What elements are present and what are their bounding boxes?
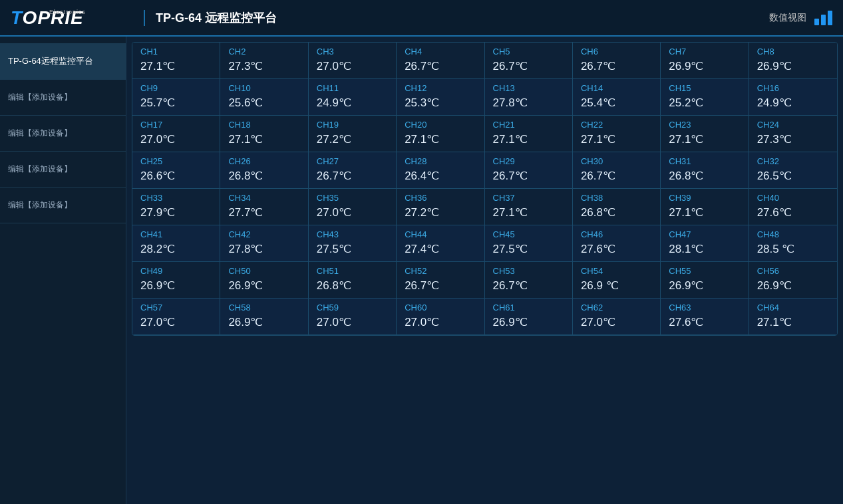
channel-cell-ch13[interactable]: CH1327.8℃: [485, 79, 573, 116]
header: TOPRIE Electronics TP-G-64 远程监控平台 数值视图: [0, 0, 843, 37]
channel-cell-ch58[interactable]: CH5826.9℃: [220, 299, 308, 335]
channel-cell-ch42[interactable]: CH4227.8℃: [220, 225, 308, 262]
channel-label-ch16: CH16: [757, 83, 829, 93]
channel-cell-ch45[interactable]: CH4527.5℃: [485, 225, 573, 262]
channel-cell-ch50[interactable]: CH5026.9℃: [220, 262, 308, 299]
sidebar-item-add2[interactable]: 编辑【添加设备】: [0, 116, 126, 152]
channel-cell-ch1[interactable]: CH127.1℃: [132, 43, 220, 79]
channel-label-ch53: CH53: [493, 266, 564, 276]
channel-value-ch10: 25.6℃: [228, 96, 299, 110]
channel-cell-ch3[interactable]: CH327.0℃: [309, 43, 397, 79]
channel-cell-ch62[interactable]: CH6227.0℃: [573, 299, 661, 335]
sidebar-item-add1[interactable]: 编辑【添加设备】: [0, 80, 126, 116]
channel-cell-ch10[interactable]: CH1025.6℃: [220, 79, 308, 116]
channel-label-ch63: CH63: [669, 303, 740, 313]
channel-cell-ch17[interactable]: CH1727.0℃: [132, 116, 220, 152]
channel-cell-ch12[interactable]: CH1225.3℃: [397, 79, 484, 116]
channel-cell-ch55[interactable]: CH5526.9℃: [661, 262, 749, 299]
channel-cell-ch15[interactable]: CH1525.2℃: [661, 79, 749, 116]
channel-cell-ch22[interactable]: CH2227.1℃: [573, 116, 661, 152]
channel-value-ch34: 27.7℃: [228, 205, 299, 219]
channel-cell-ch49[interactable]: CH4926.9℃: [132, 262, 220, 299]
channel-cell-ch63[interactable]: CH6327.6℃: [661, 299, 749, 335]
channel-cell-ch2[interactable]: CH227.3℃: [220, 43, 308, 79]
channel-cell-ch16[interactable]: CH1624.9℃: [749, 79, 837, 116]
channel-cell-ch26[interactable]: CH2626.8℃: [220, 152, 308, 189]
channel-cell-ch29[interactable]: CH2926.7℃: [485, 152, 573, 189]
channel-cell-ch11[interactable]: CH1124.9℃: [309, 79, 397, 116]
channel-cell-ch27[interactable]: CH2726.7℃: [309, 152, 397, 189]
channel-cell-ch43[interactable]: CH4327.5℃: [309, 225, 397, 262]
channel-label-ch44: CH44: [405, 229, 476, 239]
logo-electronics: Electronics: [49, 9, 86, 15]
channel-cell-ch20[interactable]: CH2027.1℃: [397, 116, 484, 152]
bar1: [814, 19, 819, 25]
channel-value-ch30: 26.7℃: [581, 169, 652, 183]
channel-cell-ch23[interactable]: CH2327.1℃: [661, 116, 749, 152]
channel-label-ch60: CH60: [405, 303, 476, 313]
channel-cell-ch39[interactable]: CH3927.1℃: [661, 189, 749, 225]
channel-cell-ch60[interactable]: CH6027.0℃: [397, 299, 484, 335]
channel-label-ch23: CH23: [669, 120, 740, 130]
channel-cell-ch7[interactable]: CH726.9℃: [661, 43, 749, 79]
channel-cell-ch35[interactable]: CH3527.0℃: [309, 189, 397, 225]
channel-cell-ch19[interactable]: CH1927.2℃: [309, 116, 397, 152]
view-toggle-icon[interactable]: [814, 11, 832, 25]
channel-value-ch18: 27.1℃: [228, 132, 299, 146]
channel-cell-ch31[interactable]: CH3126.8℃: [661, 152, 749, 189]
channel-cell-ch57[interactable]: CH5727.0℃: [132, 299, 220, 335]
channel-cell-ch54[interactable]: CH5426.9 ℃: [573, 262, 661, 299]
channel-value-ch44: 27.4℃: [405, 242, 476, 256]
channel-cell-ch34[interactable]: CH3427.7℃: [220, 189, 308, 225]
channel-value-ch31: 26.8℃: [669, 169, 740, 183]
channel-value-ch52: 26.7℃: [405, 279, 476, 293]
channel-value-ch37: 27.1℃: [493, 205, 564, 219]
channel-cell-ch41[interactable]: CH4128.2℃: [132, 225, 220, 262]
sidebar-item-main[interactable]: TP-G-64远程监控平台: [0, 43, 126, 80]
sidebar-item-add4[interactable]: 编辑【添加设备】: [0, 188, 126, 223]
channel-cell-ch56[interactable]: CH5626.9℃: [749, 262, 837, 299]
channel-cell-ch33[interactable]: CH3327.9℃: [132, 189, 220, 225]
channel-cell-ch61[interactable]: CH6126.9℃: [485, 299, 573, 335]
channel-value-ch17: 27.0℃: [140, 132, 212, 146]
channel-cell-ch38[interactable]: CH3826.8℃: [573, 189, 661, 225]
channel-cell-ch25[interactable]: CH2526.6℃: [132, 152, 220, 189]
channel-label-ch4: CH4: [405, 47, 476, 57]
channel-value-ch28: 26.4℃: [405, 169, 476, 183]
channel-cell-ch8[interactable]: CH826.9℃: [749, 43, 837, 79]
channel-cell-ch18[interactable]: CH1827.1℃: [220, 116, 308, 152]
channel-cell-ch59[interactable]: CH5927.0℃: [309, 299, 397, 335]
channel-label-ch29: CH29: [493, 156, 564, 166]
channel-label-ch46: CH46: [581, 229, 652, 239]
channel-label-ch55: CH55: [669, 266, 740, 276]
channel-cell-ch37[interactable]: CH3727.1℃: [485, 189, 573, 225]
channel-cell-ch64[interactable]: CH6427.1℃: [749, 299, 837, 335]
channel-cell-ch44[interactable]: CH4427.4℃: [397, 225, 484, 262]
channel-value-ch48: 28.5 ℃: [757, 242, 829, 256]
channel-cell-ch30[interactable]: CH3026.7℃: [573, 152, 661, 189]
channel-cell-ch6[interactable]: CH626.7℃: [573, 43, 661, 79]
sidebar-item-add3[interactable]: 编辑【添加设备】: [0, 152, 126, 188]
channel-cell-ch21[interactable]: CH2127.1℃: [485, 116, 573, 152]
channel-cell-ch48[interactable]: CH4828.5 ℃: [749, 225, 837, 262]
channel-cell-ch5[interactable]: CH526.7℃: [485, 43, 573, 79]
channel-value-ch3: 27.0℃: [317, 59, 388, 73]
channel-cell-ch14[interactable]: CH1425.4℃: [573, 79, 661, 116]
channel-cell-ch46[interactable]: CH4627.6℃: [573, 225, 661, 262]
channel-cell-ch4[interactable]: CH426.7℃: [397, 43, 484, 79]
channel-cell-ch9[interactable]: CH925.7℃: [132, 79, 220, 116]
channel-cell-ch53[interactable]: CH5326.7℃: [485, 262, 573, 299]
channel-value-ch4: 26.7℃: [405, 59, 476, 73]
channel-cell-ch47[interactable]: CH4728.1℃: [661, 225, 749, 262]
channel-cell-ch51[interactable]: CH5126.8℃: [309, 262, 397, 299]
channel-value-ch43: 27.5℃: [317, 242, 388, 256]
channel-cell-ch52[interactable]: CH5226.7℃: [397, 262, 484, 299]
channel-cell-ch40[interactable]: CH4027.6℃: [749, 189, 837, 225]
channel-value-ch12: 25.3℃: [405, 96, 476, 110]
channel-cell-ch24[interactable]: CH2427.3℃: [749, 116, 837, 152]
channel-value-ch57: 27.0℃: [140, 315, 212, 329]
channel-cell-ch28[interactable]: CH2826.4℃: [397, 152, 484, 189]
channel-cell-ch36[interactable]: CH3627.2℃: [397, 189, 484, 225]
channel-value-ch23: 27.1℃: [669, 132, 740, 146]
channel-cell-ch32[interactable]: CH3226.5℃: [749, 152, 837, 189]
